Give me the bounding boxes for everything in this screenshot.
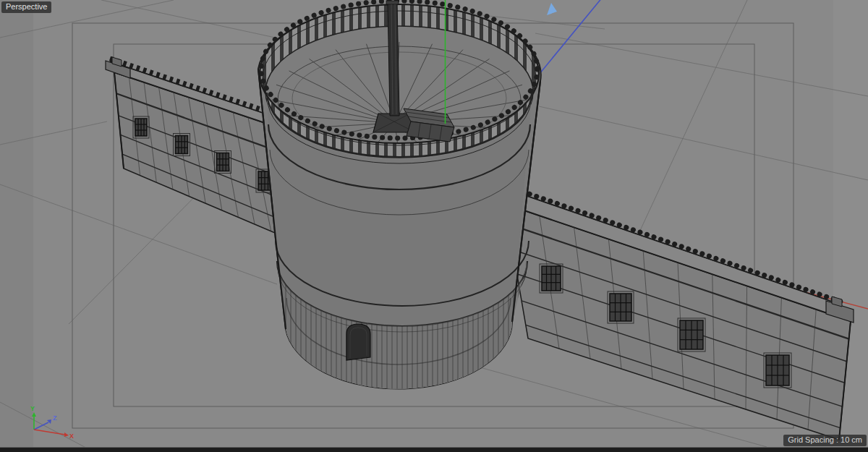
gizmo-z-label: Z bbox=[53, 414, 57, 422]
axis-gizmo: Y Z X bbox=[30, 405, 74, 440]
viewport-canvas[interactable]: Y Z X Perspective Grid Spacing : 10 cm bbox=[0, 0, 868, 452]
castle-wall-right bbox=[502, 184, 854, 440]
viewport-bottom-bar bbox=[0, 447, 868, 452]
scene-3d-wireframe[interactable]: Y Z X bbox=[0, 0, 868, 452]
flag-mast bbox=[388, 2, 399, 116]
gizmo-y-label: Y bbox=[30, 405, 35, 412]
view-mode-label[interactable]: Perspective bbox=[1, 1, 51, 13]
gizmo-x-label: X bbox=[69, 432, 74, 440]
grid-spacing-status: Grid Spacing : 10 cm bbox=[783, 435, 867, 446]
viewport-shade-left bbox=[0, 0, 33, 448]
castle-tower bbox=[258, 1, 541, 389]
